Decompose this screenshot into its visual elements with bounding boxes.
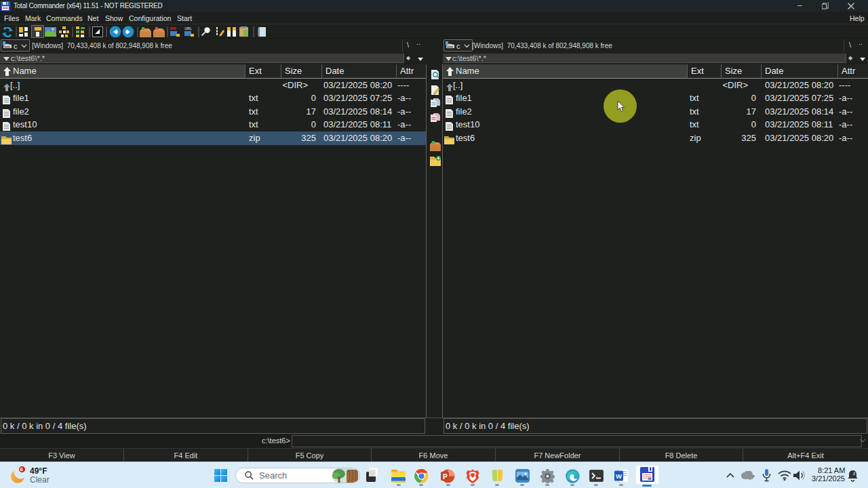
svg-text:W: W	[616, 472, 622, 480]
svg-text:URL: URL	[185, 26, 192, 30]
svg-text:z: z	[853, 471, 855, 476]
svg-text:P: P	[443, 473, 448, 481]
